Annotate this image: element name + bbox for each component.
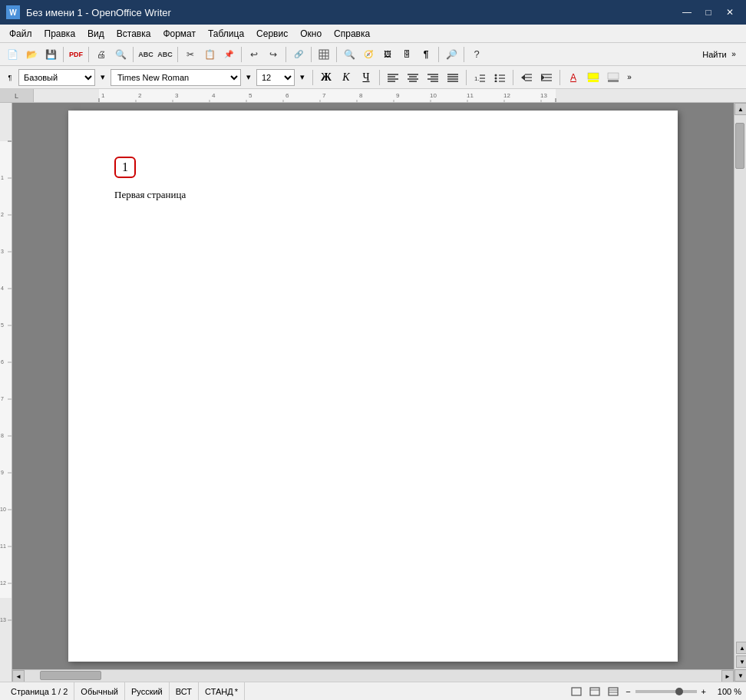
zoom-percent[interactable]: 100 %	[711, 687, 741, 696]
underline-button[interactable]: Ч	[357, 68, 375, 87]
vertical-scroll-track[interactable]	[734, 115, 746, 640]
window-controls: — □ ✕	[677, 5, 740, 20]
svg-rect-0	[319, 50, 328, 59]
bold-button[interactable]: Ж	[317, 68, 335, 87]
document-scroll[interactable]: 1 Первая страница	[12, 103, 734, 669]
svg-text:11: 11	[467, 92, 474, 99]
find-replace-button[interactable]: 🔍	[340, 45, 358, 64]
svg-text:13: 13	[0, 617, 6, 622]
align-right-icon	[427, 73, 438, 82]
svg-text:10: 10	[0, 507, 6, 512]
menu-help[interactable]: Справка	[328, 27, 376, 41]
menu-file[interactable]: Файл	[3, 27, 38, 41]
more-button[interactable]: »	[725, 45, 743, 64]
app-icon: W	[6, 5, 20, 19]
maximize-button[interactable]: □	[698, 5, 718, 20]
scroll-up-button[interactable]: ▲	[734, 103, 746, 115]
formatting-toolbar: ¶ Базовый ▾ Times New Roman ▾ 12 ▾ Ж К Ч	[0, 66, 746, 89]
view-web-button[interactable]	[587, 685, 602, 698]
align-center-button[interactable]	[404, 68, 422, 87]
insert-mode-status[interactable]: ВСТ	[170, 682, 199, 700]
help-button[interactable]: ?	[467, 45, 486, 64]
menu-format[interactable]: Формат	[157, 27, 202, 41]
separator6	[286, 47, 286, 62]
svg-text:4: 4	[212, 92, 216, 99]
font-size-select[interactable]: 12	[256, 69, 295, 86]
style-dropdown-arrow[interactable]: ▾	[97, 68, 109, 87]
highlight-button[interactable]	[584, 68, 602, 87]
menu-tools[interactable]: Сервис	[250, 27, 294, 41]
bullets-icon	[494, 73, 505, 82]
toolbar1: 📄 📂 💾 PDF 🖨 🔍 ABC ABC ✂ 📋 📌 ↩ ↪ 🔗	[0, 43, 746, 66]
scroll-left-button[interactable]: ◄	[12, 670, 25, 682]
copy-button[interactable]: 📋	[200, 45, 219, 64]
justify-button[interactable]	[444, 68, 462, 87]
more-formatting-button[interactable]: »	[624, 68, 635, 87]
menu-view[interactable]: Вид	[81, 27, 111, 41]
navigator-button[interactable]: 🧭	[359, 45, 378, 64]
datasource-button[interactable]: 🗄	[398, 45, 416, 64]
hyperlink-button[interactable]: 🔗	[289, 45, 308, 64]
separator1	[63, 47, 64, 62]
fmt-sep3	[466, 70, 467, 85]
print-preview-button[interactable]: 🔍	[111, 45, 130, 64]
size-dropdown-arrow[interactable]: ▾	[296, 68, 309, 87]
menu-window[interactable]: Окно	[294, 27, 328, 41]
horizontal-scroll-track[interactable]	[25, 670, 721, 682]
zoom-slider[interactable]	[635, 690, 697, 693]
menu-table[interactable]: Таблица	[202, 27, 250, 41]
font-color-button[interactable]: A	[564, 68, 583, 87]
separator3	[133, 47, 134, 62]
scroll-page-up-button[interactable]: ▲	[736, 642, 746, 654]
redo-button[interactable]: ↪	[264, 45, 282, 64]
zoom-button[interactable]: 🔎	[442, 45, 460, 64]
background-color-button[interactable]	[604, 68, 622, 87]
scroll-right-button[interactable]: ►	[721, 670, 734, 682]
open-button[interactable]: 📂	[22, 45, 41, 64]
new-button[interactable]: 📄	[3, 45, 21, 64]
numbering-button[interactable]: 1.	[470, 68, 489, 87]
menu-edit[interactable]: Правка	[38, 27, 82, 41]
italic-button[interactable]: К	[337, 68, 355, 87]
table-button[interactable]	[315, 45, 333, 64]
bullets-button[interactable]	[490, 68, 509, 87]
paragraph-style-select[interactable]: Базовый	[18, 69, 95, 86]
gallery-button[interactable]: 🖼	[378, 45, 397, 64]
separator8	[336, 47, 337, 62]
nonprinting-button[interactable]: ¶	[417, 45, 435, 64]
align-left-button[interactable]	[384, 68, 402, 87]
print-button[interactable]: 🖨	[92, 45, 111, 64]
fmt-sep2	[379, 70, 380, 85]
window-title: Без имени 1 - OpenOffice Writer	[26, 7, 677, 18]
find-toolbar-button[interactable]: Найти	[705, 45, 724, 64]
increase-indent-button[interactable]	[537, 68, 556, 87]
svg-text:5: 5	[249, 92, 253, 99]
autocorrect-button[interactable]: ABC	[156, 45, 174, 64]
menu-insert[interactable]: Вставка	[111, 27, 157, 41]
paste-button[interactable]: 📌	[220, 45, 238, 64]
close-button[interactable]: ✕	[720, 5, 740, 20]
vertical-scroll-thumb[interactable]	[735, 123, 744, 169]
zoom-minus[interactable]: −	[624, 687, 632, 696]
document-page[interactable]: 1 Первая страница	[68, 111, 678, 662]
zoom-plus[interactable]: +	[700, 687, 708, 696]
cut-button[interactable]: ✂	[181, 45, 200, 64]
scroll-page-down-button[interactable]: ▼	[736, 655, 746, 668]
view-normal-button[interactable]	[569, 685, 584, 698]
save-button[interactable]: 💾	[41, 45, 60, 64]
font-dropdown-arrow[interactable]: ▾	[243, 68, 255, 87]
decrease-indent-button[interactable]	[517, 68, 536, 87]
scroll-down-button[interactable]: ▼	[734, 669, 746, 682]
horizontal-scroll-thumb[interactable]	[40, 671, 101, 680]
zoom-slider-thumb[interactable]	[675, 688, 683, 695]
selection-mode-status[interactable]: СТАНД *	[199, 682, 245, 700]
pdf-button[interactable]: PDF	[67, 45, 85, 64]
svg-text:8: 8	[359, 92, 363, 99]
minimize-button[interactable]: —	[677, 5, 697, 20]
spellcheck-button[interactable]: ABC	[137, 45, 155, 64]
view-presentation-button[interactable]	[606, 685, 621, 698]
svg-rect-101	[572, 688, 581, 695]
align-right-button[interactable]	[424, 68, 442, 87]
undo-button[interactable]: ↩	[245, 45, 263, 64]
font-name-select[interactable]: Times New Roman	[111, 69, 241, 86]
